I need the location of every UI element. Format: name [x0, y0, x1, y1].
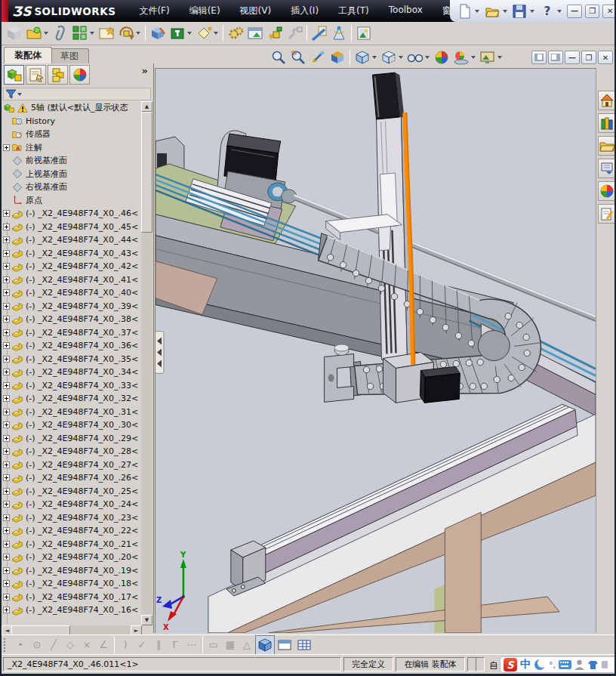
- help-dropdown-icon[interactable]: [557, 10, 562, 13]
- toolbox-button[interactable]: [168, 23, 187, 43]
- toolbox-dropdown-icon[interactable]: [187, 32, 192, 35]
- ime-keyboard-icon[interactable]: [559, 660, 571, 669]
- expander-icon[interactable]: [3, 488, 10, 495]
- tab-propertymanager[interactable]: [26, 65, 46, 85]
- expander-icon[interactable]: [3, 461, 10, 468]
- tree-item-component[interactable]: (-) _X2_4E948F74_X0_.33<: [2, 379, 141, 393]
- expander-icon[interactable]: [3, 316, 10, 323]
- expander-icon[interactable]: [3, 276, 10, 283]
- move-component-button[interactable]: [116, 23, 136, 43]
- scene-dropdown-icon[interactable]: [471, 56, 476, 59]
- task-pane-design-library-button[interactable]: [598, 136, 616, 156]
- pane-left-button[interactable]: [531, 51, 547, 64]
- scroll-up-button[interactable]: ▲: [141, 101, 152, 112]
- menu-item[interactable]: Toolbox: [382, 2, 430, 20]
- ime-account-icon[interactable]: [574, 659, 584, 670]
- ime-skin-icon[interactable]: [587, 660, 599, 670]
- tree-item-component[interactable]: (-) _X2_4E948F74_X0_.30<: [2, 418, 141, 432]
- orientation-dropdown-icon[interactable]: [372, 56, 377, 59]
- tree-item-component[interactable]: (-) _X2_4E948F74_X0_.37<: [2, 326, 141, 340]
- tree-item-sensors[interactable]: 传感器: [2, 128, 141, 141]
- doc-minimize-button[interactable]: —: [565, 51, 580, 64]
- expander-icon[interactable]: [3, 474, 10, 481]
- snap-point-icon[interactable]: •: [12, 639, 29, 650]
- display-style-dropdown-icon[interactable]: [399, 56, 403, 59]
- expander-icon[interactable]: [3, 329, 10, 336]
- refgeom-dropdown-icon[interactable]: [214, 32, 218, 35]
- panel-splitter-handle[interactable]: [155, 332, 164, 374]
- expander-icon[interactable]: [3, 501, 10, 508]
- linear-component-pattern-button[interactable]: [70, 23, 90, 43]
- snap-perpendicular-icon[interactable]: Γ: [167, 639, 183, 650]
- tree-item-component[interactable]: (-) _X2_4E948F74_X0_.29<: [2, 432, 141, 446]
- snap-intersection-icon[interactable]: ×: [79, 639, 95, 650]
- open-button[interactable]: [483, 3, 500, 20]
- expander-icon[interactable]: [3, 289, 10, 296]
- view-orientation-button[interactable]: [353, 48, 372, 67]
- help-button[interactable]: ?: [538, 3, 556, 20]
- menu-item[interactable]: 文件(F): [132, 2, 176, 20]
- exploded-view-button[interactable]: [265, 23, 285, 43]
- tree-root-row[interactable]: 5轴 (默认<默认_显示状态: [2, 101, 141, 115]
- tree-item-component[interactable]: (-) _X2_4E948F74_X0_.20<: [2, 551, 141, 564]
- doc-close-button[interactable]: ✕: [598, 51, 613, 64]
- tree-item-component[interactable]: (-) _X2_4E948F74_X0_.36<: [2, 339, 141, 353]
- expander-icon[interactable]: [3, 409, 10, 415]
- open-dropdown-icon[interactable]: [44, 32, 48, 35]
- tree-item-component[interactable]: (-) _X2_4E948F74_X0_.16<: [2, 603, 141, 617]
- table-view-button[interactable]: [294, 635, 314, 655]
- tree-item-component[interactable]: (-) _X2_4E948F74_X0_.38<: [2, 313, 141, 326]
- expander-icon[interactable]: [3, 541, 10, 548]
- simulation-button[interactable]: [329, 23, 349, 43]
- expander-icon[interactable]: [3, 369, 10, 375]
- tree-filter-bar[interactable]: [3, 88, 151, 100]
- apply-scene-button[interactable]: [451, 48, 471, 67]
- expander-icon[interactable]: [3, 250, 10, 257]
- tree-item-component[interactable]: (-) _X2_4E948F74_X0_.21<: [2, 538, 141, 551]
- minimize-button[interactable]: —: [567, 5, 582, 18]
- snap-parallel-icon[interactable]: ∥: [150, 639, 167, 650]
- expander-icon[interactable]: [3, 263, 10, 270]
- viewport-3d-scene[interactable]: Y Z X: [155, 68, 596, 633]
- tree-vertical-scrollbar[interactable]: ▲ ▼: [141, 101, 152, 625]
- ime-chinese-mode[interactable]: 中: [520, 658, 531, 671]
- tab-displaymanager[interactable]: [69, 65, 90, 85]
- task-pane-custom-properties-button[interactable]: [598, 204, 616, 224]
- snap-tangent-icon[interactable]: ): [117, 639, 134, 650]
- expander-icon[interactable]: [3, 303, 10, 310]
- expander-icon[interactable]: [3, 594, 10, 600]
- tree-item-component[interactable]: (-) _X2_4E948F74_X0_.22<: [2, 524, 141, 538]
- snap-line-icon[interactable]: ╱: [45, 639, 62, 650]
- panel-more-button[interactable]: »: [142, 65, 148, 86]
- new-dropdown-icon[interactable]: [475, 10, 479, 13]
- tree-item-annotations[interactable]: A 注解: [2, 141, 141, 155]
- tree-item-component[interactable]: (-) _X2_4E948F74_X0_.42<: [2, 260, 141, 273]
- snap-points-icon[interactable]: ⋯: [183, 639, 200, 650]
- section-view-button[interactable]: [328, 48, 347, 67]
- window-view-button[interactable]: [275, 635, 294, 655]
- snap-quadrant-icon[interactable]: ◇: [62, 639, 79, 650]
- expander-icon[interactable]: [3, 382, 10, 389]
- close-button[interactable]: ✕: [602, 5, 616, 18]
- edit-appearance-button[interactable]: [432, 48, 451, 67]
- assembly-features-button[interactable]: [148, 23, 168, 43]
- display-style-button[interactable]: [379, 48, 399, 67]
- zoom-to-area-button[interactable]: [288, 48, 308, 67]
- menu-item[interactable]: 编辑(E): [183, 2, 227, 20]
- tree-item-component[interactable]: (-) _X2_4E948F74_X0_.46<: [2, 207, 141, 221]
- snap-length-icon[interactable]: ▭: [205, 639, 222, 650]
- tree-item-component[interactable]: (-) _X2_4E948F74_X0_.28<: [2, 445, 141, 458]
- expander-icon[interactable]: [3, 342, 10, 349]
- mate-button[interactable]: [51, 23, 70, 43]
- interference-detection-button[interactable]: [226, 23, 245, 43]
- expander-icon[interactable]: [3, 448, 10, 455]
- insert-component-button[interactable]: [5, 23, 24, 43]
- tree-item-component[interactable]: (-) _X2_4E948F74_X0_.17<: [2, 591, 141, 604]
- scroll-down-button[interactable]: ▼: [141, 615, 152, 625]
- tree-item-right-plane[interactable]: 右视基准面: [2, 181, 141, 194]
- tree-item-component[interactable]: (-) _X2_4E948F74_X0_.44<: [2, 233, 141, 247]
- tree-item-component[interactable]: (-) _X2_4E948F74_X0_.34<: [2, 366, 141, 379]
- hide-show-items-button[interactable]: [405, 48, 425, 67]
- z-axis-top-motor[interactable]: [373, 73, 405, 119]
- restore-button[interactable]: ❐: [585, 5, 600, 18]
